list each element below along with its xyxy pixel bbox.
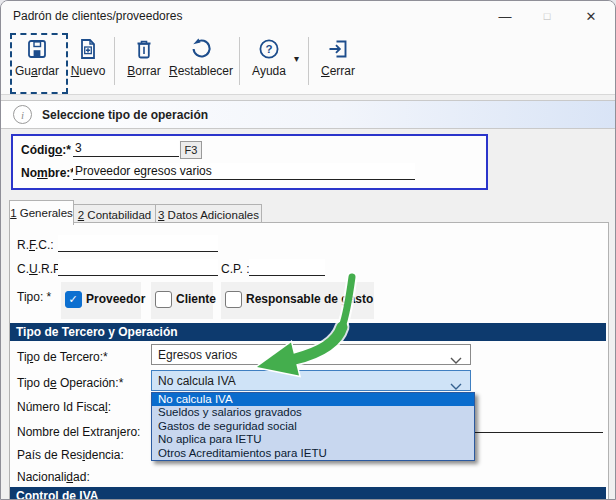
nombre-input[interactable] xyxy=(73,163,415,180)
dropdown-option[interactable]: Gastos de seguridad social xyxy=(152,420,474,433)
help-icon: ? xyxy=(257,34,281,64)
toolbar: Guardar Nuevo xyxy=(1,31,615,95)
tab-contabilidad[interactable]: 2 Contabilidad xyxy=(73,204,156,224)
rfc-input[interactable] xyxy=(58,235,218,252)
tipo-operacion-value: No calcula IVA xyxy=(158,374,236,388)
proveedor-checkbox[interactable] xyxy=(65,291,82,308)
guardar-button[interactable]: Guardar xyxy=(13,34,61,88)
guardar-label: Guardar xyxy=(15,64,59,78)
new-document-icon xyxy=(76,34,100,64)
dropdown-option[interactable]: No aplica para IETU xyxy=(152,433,474,446)
borrar-button[interactable]: Borrar xyxy=(121,34,167,88)
cliente-checkbox-label: Cliente xyxy=(176,292,216,306)
tercero-section-header: Tipo de Tercero y Operación xyxy=(10,323,606,341)
info-icon: i xyxy=(13,105,32,124)
exit-icon xyxy=(326,34,350,64)
tab-contabilidad-label: 2 Contabilidad xyxy=(78,209,152,221)
tipo-label: Tipo: * xyxy=(17,290,51,304)
cp-input[interactable] xyxy=(249,259,325,276)
chevron-down-icon xyxy=(450,353,462,367)
cliente-checkbox[interactable] xyxy=(155,291,172,308)
f3-lookup-button[interactable]: F3 xyxy=(180,141,202,159)
tipo-operacion-select[interactable]: No calcula IVA xyxy=(151,370,471,391)
responsable-gasto-checkbox-label: Responsable de gasto xyxy=(246,292,373,306)
svg-text:?: ? xyxy=(265,43,272,55)
toolbar-separator xyxy=(114,37,115,85)
rfc-label: R.F.C.: xyxy=(17,238,54,252)
curp-input[interactable] xyxy=(58,259,218,276)
trash-icon xyxy=(132,34,156,64)
dropdown-option[interactable]: No calcula IVA xyxy=(152,393,474,406)
restablecer-button[interactable]: Restablecer xyxy=(167,34,235,88)
dropdown-option[interactable]: Otros Acreditamientos para IETU xyxy=(152,447,474,460)
minimize-button[interactable]: — xyxy=(485,1,525,31)
nombre-label: Nombre:* xyxy=(21,166,75,180)
cerrar-button[interactable]: Cerrar xyxy=(315,34,361,88)
tipo-tercero-label: Tipo de Tercero:* xyxy=(17,350,108,364)
iva-section-header: Control de IVA xyxy=(10,487,606,500)
status-message-bar: i Seleccione tipo de operación xyxy=(1,100,615,129)
toolbar-separator xyxy=(239,37,240,85)
ayuda-button[interactable]: ? Ayuda xyxy=(245,34,293,88)
titlebar: Padrón de clientes/proveedores — □ ✕ xyxy=(1,1,615,31)
chevron-down-icon xyxy=(450,379,462,393)
codigo-label: Código:* xyxy=(21,143,71,157)
ayuda-dropdown-arrow-icon[interactable]: ▾ xyxy=(294,53,299,64)
nuevo-button[interactable]: Nuevo xyxy=(67,34,109,88)
tab-datos-adicionales-label: 3 Datos Adicionales xyxy=(158,209,259,221)
proveedor-checkbox-label: Proveedor xyxy=(86,292,145,306)
tab-generales-label: 1 Generales xyxy=(10,207,73,219)
codigo-input[interactable] xyxy=(73,140,179,157)
tipo-operacion-label: Tipo de Operación:* xyxy=(17,376,123,390)
pais-residencia-label: País de Residencia: xyxy=(17,448,124,462)
operacion-dropdown-list[interactable]: No calcula IVASueldos y salarios gravado… xyxy=(151,392,475,461)
responsable-gasto-checkbox[interactable] xyxy=(225,291,242,308)
undo-restore-icon xyxy=(189,34,213,64)
borrar-label: Borrar xyxy=(127,64,160,78)
toolbar-separator xyxy=(308,37,309,85)
restablecer-label: Restablecer xyxy=(169,64,233,78)
window-title: Padrón de clientes/proveedores xyxy=(13,1,182,31)
tipo-tercero-value: Egresos varios xyxy=(158,348,237,362)
tipo-tercero-select[interactable]: Egresos varios xyxy=(151,344,471,365)
numero-id-fiscal-label: Número Id Fiscal: xyxy=(17,400,111,414)
nacionalidad-label: Nacionalidad: xyxy=(17,470,90,484)
ayuda-label: Ayuda xyxy=(252,64,286,78)
dropdown-option[interactable]: Sueldos y salarios gravados xyxy=(152,406,474,419)
nuevo-label: Nuevo xyxy=(71,64,106,78)
cp-label: C.P. : xyxy=(221,262,249,276)
padron-dialog-window: Padrón de clientes/proveedores — □ ✕ Gua… xyxy=(0,0,616,500)
status-message: Seleccione tipo de operación xyxy=(42,108,208,122)
tab-generales[interactable]: 1 Generales xyxy=(9,200,74,225)
tab-datos-adicionales[interactable]: 3 Datos Adicionales xyxy=(155,204,262,224)
save-icon xyxy=(25,34,49,64)
nombre-extranjero-label: Nombre del Extranjero: xyxy=(17,425,140,439)
cerrar-label: Cerrar xyxy=(321,64,355,78)
close-button[interactable]: ✕ xyxy=(571,1,611,31)
id-panel: Código:* F3 Nombre:* xyxy=(11,134,488,190)
maximize-button[interactable]: □ xyxy=(527,1,567,31)
